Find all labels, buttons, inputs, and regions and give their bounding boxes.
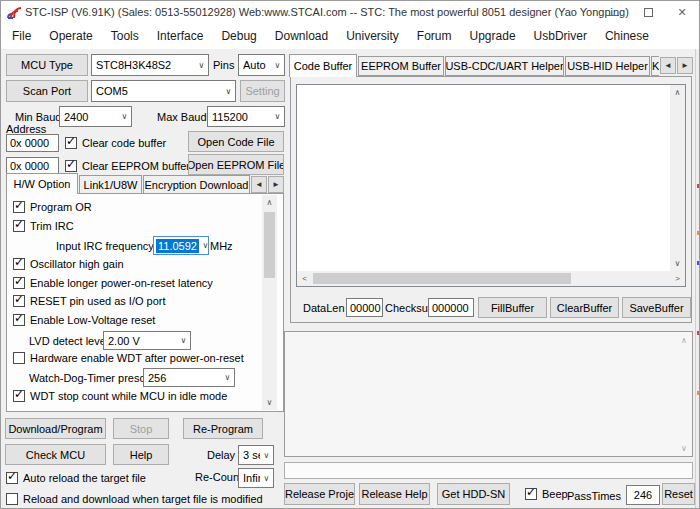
release-help-button[interactable]: Release Help <box>359 483 430 505</box>
datalen-value: 00000 <box>346 298 383 317</box>
tab-link1-u8w[interactable]: Link1/U8W <box>79 175 142 194</box>
min-baud-label: Min Baud <box>15 111 61 123</box>
menu-university[interactable]: University <box>337 29 408 43</box>
hw-wdt-por-checkbox[interactable]: Hardware enable WDT after power-on-reset <box>13 352 244 364</box>
tab-eeprom-buffer[interactable]: EEPROM Buffer <box>358 56 444 76</box>
minimize-icon <box>609 15 619 16</box>
menu-download[interactable]: Download <box>266 29 337 43</box>
hw-options-scrollbar[interactable]: ∧ ∨ <box>262 195 277 410</box>
code-address-input[interactable]: 0x 0000 <box>6 134 59 152</box>
re-program-button[interactable]: Re-Program <box>183 418 263 439</box>
menu-chinese[interactable]: Chinese <box>596 29 658 43</box>
tab-scroll-right-icon[interactable]: ► <box>677 57 693 74</box>
tab-scroll-right-icon[interactable]: ► <box>268 176 284 193</box>
checkbox-icon: ✓ <box>13 277 25 289</box>
hw-por-latency-checkbox[interactable]: ✓ Enable longer power-on-reset latency <box>13 277 213 289</box>
menu-usbdriver[interactable]: UsbDriver <box>525 29 596 43</box>
tab-clipped[interactable]: K <box>651 56 659 76</box>
scroll-down-icon[interactable]: ∨ <box>677 441 691 455</box>
menu-upgrade[interactable]: Upgrade <box>461 29 525 43</box>
clear-code-buffer-checkbox[interactable]: ✓ Clear code buffer <box>65 137 166 149</box>
window-title: STC-ISP (V6.91K) (Sales: 0513-55012928) … <box>25 6 629 18</box>
mhz-unit-label: MHz <box>210 240 233 252</box>
reset-passtimes-button[interactable]: Reset <box>662 483 695 505</box>
beep-checkbox[interactable]: ✓ Beep <box>525 488 568 500</box>
min-baud-select[interactable]: 2400∨ <box>59 106 132 127</box>
lvd-level-label: LVD detect level <box>29 335 108 347</box>
hw-trim-irc-checkbox[interactable]: ✓ Trim IRC <box>13 220 74 232</box>
recount-select[interactable]: Infini∨ <box>238 468 274 488</box>
scroll-up-icon[interactable]: ∧ <box>670 85 685 100</box>
setting-button: Setting <box>240 80 285 102</box>
tab-encryption-download[interactable]: Encryption Download <box>143 175 250 194</box>
lvd-level-select[interactable]: 2.00 V∨ <box>103 331 191 350</box>
status-log-panel: ∧ ∨ <box>284 331 693 457</box>
help-button[interactable]: Help <box>113 444 169 465</box>
stop-button: Stop <box>113 418 169 439</box>
close-icon: ✕ <box>677 6 686 19</box>
tab-code-buffer[interactable]: Code Buffer <box>289 54 357 77</box>
tab-usb-hid-helper[interactable]: USB-HID Helper <box>565 56 650 76</box>
hw-oscillator-gain-checkbox[interactable]: ✓ Oscillator high gain <box>13 258 124 270</box>
download-program-button[interactable]: Download/Program <box>5 418 106 439</box>
max-baud-select[interactable]: 115200∨ <box>207 106 285 127</box>
hw-lv-reset-checkbox[interactable]: ✓ Enable Low-Voltage reset <box>13 314 155 326</box>
scroll-up-icon[interactable]: ∧ <box>677 333 691 347</box>
titlebar[interactable]: STC-ISP (V6.91K) (Sales: 0513-55012928) … <box>1 1 699 23</box>
scan-port-button[interactable]: Scan Port <box>6 80 88 102</box>
save-buffer-button[interactable]: SaveBuffer <box>622 297 691 318</box>
check-mcu-button[interactable]: Check MCU <box>5 444 106 465</box>
hw-program-or-checkbox[interactable]: ✓ Program OR <box>13 201 92 213</box>
maximize-button[interactable] <box>631 1 665 23</box>
scroll-up-icon[interactable]: ∧ <box>262 195 277 210</box>
datalen-label: DataLen <box>303 302 345 314</box>
auto-reload-checkbox[interactable]: ✓ Auto reload the target file <box>6 472 146 484</box>
hw-wdt-idle-checkbox[interactable]: ✓ WDT stop count while MCU in idle mode <box>13 390 227 402</box>
code-buffer-area[interactable]: ∧ ∨ < > <box>296 84 686 287</box>
scroll-down-icon[interactable]: ∨ <box>262 395 277 410</box>
minimize-button[interactable] <box>597 1 631 23</box>
code-buffer-vscrollbar[interactable]: ∧ ∨ <box>670 85 685 271</box>
passtimes-label: PassTimes <box>567 490 621 502</box>
menu-forum[interactable]: Forum <box>408 29 461 43</box>
mcu-type-select[interactable]: STC8H3K48S2∨ <box>91 54 209 76</box>
menu-file[interactable]: File <box>3 29 40 43</box>
reload-modified-checkbox[interactable]: Reload and download when target file is … <box>6 493 263 505</box>
scroll-right-icon[interactable]: > <box>670 271 685 286</box>
clipped-right-column <box>695 49 700 509</box>
menu-interface[interactable]: Interface <box>148 29 213 43</box>
menu-tools[interactable]: Tools <box>102 29 148 43</box>
stc-isp-window: STC-ISP (V6.91K) (Sales: 0513-55012928) … <box>0 0 700 509</box>
clear-buffer-button[interactable]: ClearBuffer <box>550 297 619 318</box>
scroll-down-icon[interactable]: ∨ <box>670 256 685 271</box>
menu-operate[interactable]: Operate <box>40 29 101 43</box>
mcu-type-button[interactable]: MCU Type <box>6 54 88 76</box>
fill-buffer-button[interactable]: FillBuffer <box>478 297 547 318</box>
progress-bar <box>284 462 693 479</box>
tab-scroll-left-icon[interactable]: ◄ <box>251 176 267 193</box>
menu-debug[interactable]: Debug <box>212 29 265 43</box>
scroll-left-icon[interactable]: < <box>297 271 312 286</box>
release-project-button[interactable]: Release Proje <box>284 483 355 505</box>
code-buffer-hscrollbar[interactable]: < > <box>297 271 685 286</box>
tab-scroll-left-icon[interactable]: ◄ <box>660 57 676 74</box>
clear-eeprom-buffer-checkbox[interactable]: ✓ Clear EEPROM buffer <box>65 160 190 172</box>
scan-port-select[interactable]: COM5∨ <box>91 80 236 102</box>
close-button[interactable]: ✕ <box>665 1 699 23</box>
delay-select[interactable]: 3 sec∨ <box>238 445 274 465</box>
irc-frequency-select[interactable]: 11.0592∨ <box>153 236 209 255</box>
chevron-down-icon: ∨ <box>118 112 131 121</box>
tab-usb-cdc-uart-helper[interactable]: USB-CDC/UART Helper <box>445 56 564 76</box>
scrollbar-thumb[interactable] <box>264 212 275 278</box>
scrollbar-thumb[interactable] <box>313 273 571 284</box>
checkbox-icon: ✓ <box>13 258 25 270</box>
tab-hw-option[interactable]: H/W Option <box>6 173 78 194</box>
pins-select[interactable]: Auto∨ <box>238 54 285 76</box>
checksum-value: 000000 <box>428 298 474 317</box>
hw-reset-pin-checkbox[interactable]: ✓ RESET pin used as I/O port <box>13 295 166 307</box>
wdt-prescaler-select[interactable]: 256∨ <box>143 368 235 387</box>
get-hdd-sn-button[interactable]: Get HDD-SN <box>437 483 510 505</box>
chevron-down-icon: ∨ <box>260 451 273 460</box>
open-eeprom-file-button[interactable]: Open EEPROM File <box>188 154 284 175</box>
open-code-file-button[interactable]: Open Code File <box>188 131 284 152</box>
